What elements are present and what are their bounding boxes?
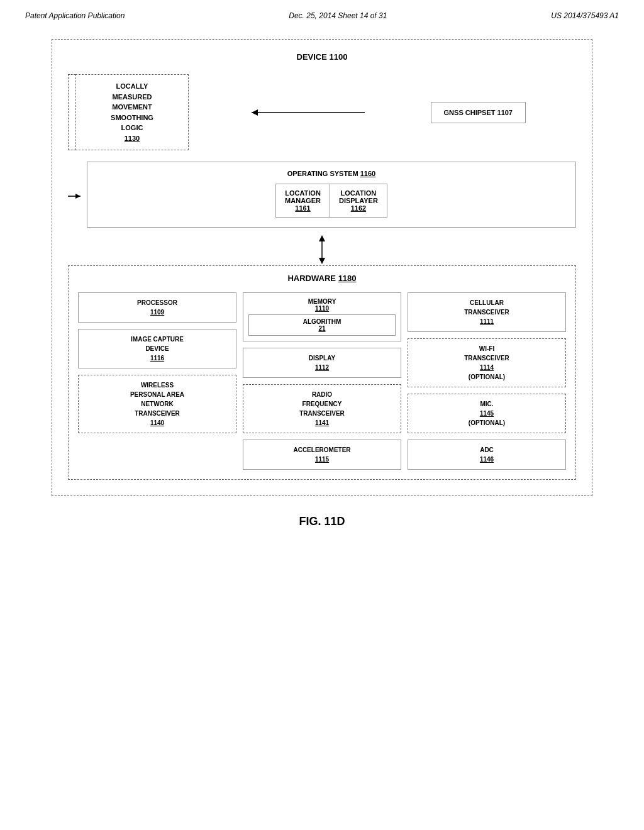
lmms-box: LOCALLYMEASUREDMOVEMENTSMOOTHINGLOGIC 11… bbox=[75, 74, 189, 150]
display-box: DISPLAY 1112 bbox=[243, 348, 401, 378]
algorithm-box: ALGORITHM 21 bbox=[248, 314, 396, 336]
os-box: OPERATING SYSTEM 1160 LOCATIONMANAGER 11… bbox=[87, 162, 576, 228]
gnss-to-lmms-arrow bbox=[252, 103, 377, 122]
radio-box: RADIOFREQUENCYTRANSCEIVER 1141 bbox=[243, 384, 401, 433]
device-title: DEVICE 1100 bbox=[68, 52, 576, 62]
image-capture-box: IMAGE CAPTUREDEVICE 1116 bbox=[78, 329, 236, 368]
header-left: Patent Application Publication bbox=[25, 11, 125, 20]
gnss-label: GNSS CHIPSET 1107 bbox=[444, 109, 513, 116]
left-to-os-arrow bbox=[68, 190, 84, 202]
main-content: DEVICE 1100 LOCALLYMEASUREDMOVEMENTSMOOT… bbox=[0, 26, 644, 541]
svg-marker-1 bbox=[252, 109, 258, 116]
figure-caption: FIG. 11D bbox=[299, 515, 345, 528]
processor-box: PROCESSOR 1109 bbox=[78, 292, 236, 323]
location-manager-box: LOCATIONMANAGER 1161 bbox=[275, 184, 330, 218]
cellular-box: CELLULARTRANSCEIVER 1111 bbox=[408, 292, 566, 332]
svg-marker-5 bbox=[319, 235, 325, 241]
page-header: Patent Application Publication Dec. 25, … bbox=[0, 0, 644, 26]
lmms-label: LOCALLYMEASUREDMOVEMENTSMOOTHINGLOGIC bbox=[84, 81, 180, 133]
memory-title: MEMORY 1110 bbox=[243, 293, 401, 314]
svg-marker-6 bbox=[319, 258, 325, 264]
left-col: PROCESSOR 1109 IMAGE CAPTUREDEVICE 1116 … bbox=[78, 292, 236, 470]
os-hw-arrow bbox=[68, 234, 576, 265]
os-title: OPERATING SYSTEM 1160 bbox=[97, 170, 566, 177]
header-right: US 2014/375493 A1 bbox=[551, 11, 619, 20]
adc-box: ADC 1146 bbox=[408, 440, 566, 470]
hw-title: HARDWARE 1180 bbox=[78, 274, 566, 283]
device-outer-box: DEVICE 1100 LOCALLYMEASUREDMOVEMENTSMOOT… bbox=[52, 39, 592, 496]
wpan-box: WIRELESSPERSONAL AREANETWORKTRANSCEIVER … bbox=[78, 375, 236, 433]
svg-marker-3 bbox=[75, 194, 80, 199]
hw-grid: PROCESSOR 1109 IMAGE CAPTUREDEVICE 1116 … bbox=[78, 292, 566, 470]
gnss-box: GNSS CHIPSET 1107 bbox=[431, 102, 526, 123]
os-inner: LOCATIONMANAGER 1161 LOCATIONDISPLAYER 1… bbox=[97, 184, 566, 218]
memory-box: MEMORY 1110 ALGORITHM 21 bbox=[243, 292, 401, 341]
lmms-number: 1130 bbox=[84, 133, 180, 144]
header-middle: Dec. 25, 2014 Sheet 14 of 31 bbox=[289, 11, 387, 20]
hw-section: HARDWARE 1180 PROCESSOR 1109 IMAGE CAPTU… bbox=[68, 265, 576, 480]
middle-col: MEMORY 1110 ALGORITHM 21 DISPLAY 1112 R bbox=[243, 292, 401, 470]
mic-box: MIC. 1145 (OPTIONAL) bbox=[408, 394, 566, 433]
right-col: CELLULARTRANSCEIVER 1111 WI-FITRANSCEIVE… bbox=[408, 292, 566, 470]
location-displayer-box: LOCATIONDISPLAYER 1162 bbox=[330, 184, 387, 218]
accelerometer-box: ACCELEROMETER 1115 bbox=[243, 440, 401, 470]
wifi-box: WI-FITRANSCEIVER 1114 (OPTIONAL) bbox=[408, 338, 566, 387]
